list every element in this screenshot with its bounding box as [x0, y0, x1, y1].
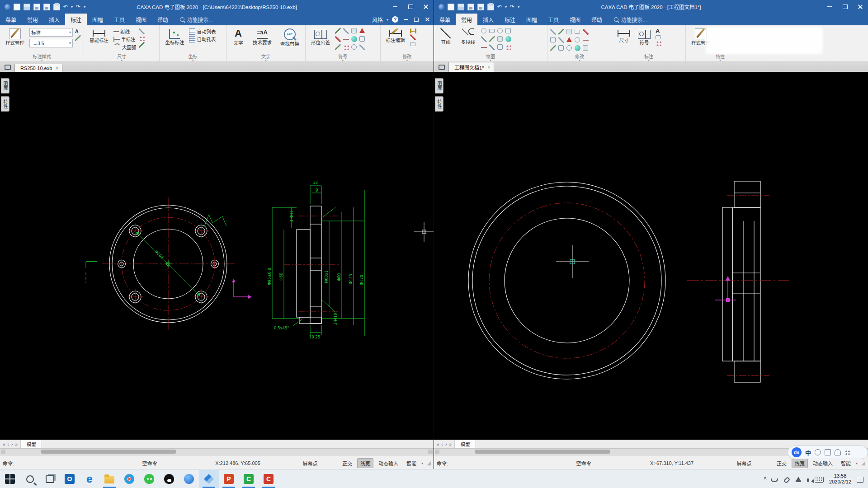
ortho-toggle[interactable]: 正交 — [339, 458, 355, 468]
first-sheet-icon[interactable]: « — [437, 442, 439, 447]
library-palette-tab[interactable]: 图库 — [435, 78, 443, 94]
taskbar-caxa-green[interactable]: C — [239, 470, 259, 488]
prev-sheet-icon[interactable]: ‹ — [442, 442, 443, 447]
menu-tab-caidan[interactable]: 菜单 — [0, 14, 22, 25]
slope-icon[interactable] — [335, 44, 341, 50]
arrow-style-select[interactable]: -→3.5 ▾ — [29, 39, 73, 47]
snap-mode-toggle[interactable]: 智能 — [838, 458, 854, 468]
menu-tab-charu[interactable]: 插入 — [43, 14, 65, 25]
dimension-button[interactable]: 尺寸 — [615, 27, 633, 43]
datum-icon[interactable] — [351, 28, 357, 33]
table-tool-icon[interactable] — [656, 35, 661, 39]
taskbar-browser[interactable] — [179, 470, 199, 488]
save-all-icon[interactable] — [477, 4, 484, 10]
minimize-button[interactable] — [387, 0, 403, 14]
menu-tab-biaozhu-active[interactable]: 标注 — [65, 14, 87, 25]
connection-icon[interactable] — [783, 476, 791, 483]
redo-icon[interactable]: ↷ — [510, 4, 514, 10]
arrow-mark-icon[interactable] — [359, 44, 365, 50]
menu-tab-tufu[interactable]: 图幅 — [521, 14, 542, 25]
menu-tab-biaozhu[interactable]: 标注 — [499, 14, 521, 25]
new-file-icon[interactable] — [14, 4, 20, 10]
menu-tab-changyong[interactable]: 常用 — [22, 14, 43, 25]
fillet-tool-icon[interactable] — [575, 37, 580, 42]
polyline-button[interactable]: 多段线 — [457, 27, 479, 45]
menu-tab-gongju[interactable]: 工具 — [108, 14, 130, 25]
chamfer-tool-icon[interactable] — [583, 37, 589, 43]
polygon-tool-icon[interactable] — [505, 28, 511, 33]
command-prompt[interactable]: 命令: — [437, 460, 541, 467]
taskbar-tencent-video[interactable] — [119, 470, 139, 488]
find-replace-button[interactable]: ABC 查找替换 — [277, 27, 302, 47]
dim-edit-button[interactable]: 标注编辑 — [383, 27, 408, 43]
roughness-icon[interactable] — [335, 28, 341, 34]
note-edit-icon[interactable] — [410, 42, 415, 46]
weld-symbol-icon[interactable] — [359, 28, 365, 33]
new-file-icon[interactable] — [448, 4, 454, 10]
next-sheet-icon[interactable]: › — [11, 442, 13, 447]
scroll-left-button[interactable] — [435, 450, 439, 454]
network-icon[interactable] — [795, 477, 802, 482]
print-icon[interactable] — [487, 4, 494, 10]
redo-dropdown-icon[interactable]: ▾ — [84, 5, 85, 9]
coord-tool-icon[interactable] — [656, 40, 661, 46]
ordinate-icon[interactable] — [139, 35, 145, 41]
undo-dropdown-icon[interactable]: ▾ — [505, 5, 507, 9]
ime-tray-icon[interactable] — [815, 477, 824, 483]
redo-icon[interactable]: ↷ — [76, 4, 80, 10]
properties-brush-icon[interactable] — [583, 45, 588, 51]
baidu-ime-logo-icon[interactable]: du — [792, 447, 802, 457]
point-tool-icon[interactable] — [481, 44, 487, 50]
library-insert-icon[interactable] — [505, 44, 511, 50]
taskbar-clock[interactable]: 13:58 2020/2/12 — [829, 473, 851, 485]
first-sheet-icon[interactable]: « — [3, 442, 5, 447]
ime-menu-grid-icon[interactable] — [844, 450, 850, 455]
close-button[interactable] — [853, 0, 868, 14]
snap-mode-toggle[interactable]: 智能 — [403, 458, 420, 468]
last-sheet-icon[interactable]: » — [15, 442, 18, 447]
properties-palette-tab[interactable]: 特性 — [435, 96, 443, 112]
taper-icon[interactable] — [335, 36, 341, 42]
help-icon[interactable]: ? — [392, 16, 398, 23]
menu-tab-shitu[interactable]: 视图 — [130, 14, 152, 25]
last-sheet-icon[interactable]: » — [449, 442, 452, 447]
formula-curve-icon[interactable] — [505, 36, 511, 42]
model-tab[interactable]: 模型 — [21, 440, 42, 448]
hatch-tool-icon[interactable] — [497, 36, 503, 42]
close-button[interactable] — [418, 0, 434, 14]
taskbar-wechat[interactable] — [139, 470, 159, 488]
task-view-button[interactable] — [40, 470, 60, 488]
start-button[interactable] — [0, 470, 20, 488]
ellipse-tool-icon[interactable] — [497, 28, 503, 33]
snap-dropdown-icon[interactable]: ▾ — [421, 461, 423, 465]
menu-tab-bangzhu[interactable]: 帮助 — [152, 14, 174, 25]
scrollbar-thumb[interactable] — [475, 450, 610, 454]
symbol-button[interactable]: 符号 — [635, 27, 653, 45]
auto-list-button[interactable]: 自动列表 — [189, 28, 216, 35]
microphone-icon[interactable] — [772, 476, 778, 482]
tray-expand-icon[interactable]: ^ — [764, 476, 767, 482]
menu-tab-bangzhu[interactable]: 帮助 — [586, 14, 608, 25]
text-button[interactable]: A 文字 — [229, 27, 247, 46]
style-menu[interactable]: 风格 — [372, 16, 383, 23]
taskbar-outlook[interactable]: O — [60, 470, 80, 488]
ime-language-indicator[interactable]: 中 — [805, 448, 811, 457]
undo-icon[interactable]: ↶ — [497, 4, 502, 10]
taskbar-search-button[interactable] — [20, 470, 40, 488]
maximize-button[interactable] — [403, 0, 418, 14]
break-tool-icon[interactable] — [558, 45, 564, 51]
chamfer-dim-icon[interactable] — [139, 42, 145, 48]
ime-toolbar[interactable]: du 中 — [788, 446, 868, 459]
stretch-tool-icon[interactable] — [550, 45, 556, 51]
undo-icon[interactable]: ↶ — [63, 4, 68, 10]
menu-tab-charu[interactable]: 插入 — [477, 14, 499, 25]
drawing-canvas[interactable]: 图库 特性 — [434, 72, 868, 440]
function-search[interactable]: 功能搜索... — [614, 14, 647, 25]
doc-minimize-button[interactable] — [402, 16, 409, 23]
dynamic-input-toggle[interactable]: 动态输入 — [375, 458, 401, 468]
angle-dim-icon[interactable] — [139, 28, 145, 34]
open-file-icon[interactable] — [24, 4, 30, 10]
text-tool-icon[interactable]: A — [656, 28, 661, 33]
taskbar-file-explorer[interactable] — [99, 470, 119, 488]
dim-style-select[interactable]: 标准 ▾ — [29, 28, 73, 37]
